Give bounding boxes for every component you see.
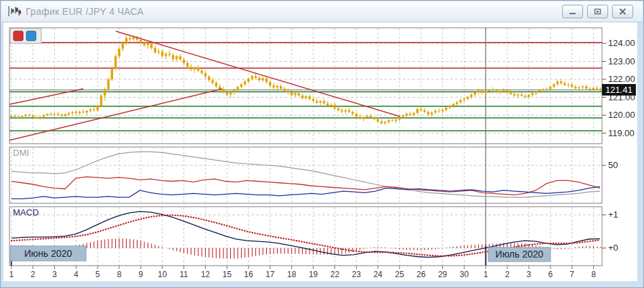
candle [510, 93, 512, 94]
candle [165, 54, 167, 56]
price-scale-label: 122.00 [608, 74, 635, 84]
candle [312, 99, 314, 101]
candle [147, 43, 149, 45]
candle [467, 97, 469, 99]
red-color-swatch-button[interactable] [14, 31, 23, 41]
candle [402, 116, 404, 118]
candle [563, 83, 565, 85]
candle [14, 116, 16, 117]
candle [46, 114, 48, 115]
candle [470, 95, 472, 97]
x-axis-label: 15 [223, 270, 232, 279]
candle [456, 102, 458, 104]
x-axis-label: 1 [484, 270, 488, 279]
macd-label: MACD [13, 207, 39, 218]
restore-button[interactable] [587, 5, 608, 18]
candle [538, 90, 540, 91]
window-title: График EUR /JPY 4 ЧАСА [26, 6, 144, 17]
candle [24, 115, 26, 116]
x-axis-label: 18 [287, 270, 297, 279]
x-axis-label: 3 [52, 270, 57, 279]
candle [43, 115, 45, 117]
candle [104, 89, 106, 96]
candle [377, 119, 379, 121]
close-button[interactable] [612, 5, 633, 18]
candle [305, 96, 307, 98]
x-axis-label: 16 [244, 270, 253, 279]
candle [477, 90, 479, 92]
candle [582, 87, 584, 87]
candle [197, 68, 199, 71]
candle [265, 79, 267, 82]
candle [502, 90, 505, 91]
candle [258, 78, 260, 80]
candle [406, 114, 408, 116]
candle [205, 73, 207, 77]
candle [549, 87, 551, 89]
candle [337, 108, 339, 110]
candle [585, 87, 587, 89]
candle [129, 38, 131, 39]
candle [373, 117, 375, 119]
candle [298, 94, 300, 96]
candle [294, 94, 296, 96]
candle [269, 82, 271, 85]
candle [86, 110, 88, 112]
candle [431, 112, 433, 115]
x-axis-label: 22 [330, 270, 340, 279]
minimize-button[interactable] [562, 5, 583, 18]
candle [499, 91, 501, 92]
candle [427, 112, 429, 114]
candle [387, 120, 389, 122]
candle [96, 106, 98, 110]
candle [172, 55, 174, 59]
candle [326, 104, 328, 106]
candle [391, 120, 393, 121]
candle [57, 114, 59, 115]
candle [179, 56, 181, 60]
price-scale-label: 120.00 [608, 110, 635, 120]
candle [574, 87, 576, 88]
candle [359, 117, 361, 119]
candle [114, 56, 116, 68]
x-axis-label: 25 [395, 270, 404, 279]
candle [251, 76, 253, 79]
candle [362, 117, 364, 119]
x-axis-label: 30 [460, 270, 469, 279]
x-axis-label: 23 [352, 270, 362, 279]
candle [283, 89, 285, 91]
candle [351, 112, 353, 114]
candle [53, 114, 56, 115]
candle [517, 95, 519, 96]
candle [588, 89, 591, 90]
candle [226, 92, 228, 95]
chart-toolbar [10, 28, 41, 43]
candle [492, 89, 494, 90]
candle [71, 112, 73, 113]
candle [484, 91, 486, 93]
candle [169, 54, 171, 55]
candle [211, 80, 213, 83]
candle [434, 110, 436, 112]
candle [524, 96, 526, 97]
candle [244, 81, 246, 84]
candle [200, 70, 202, 73]
candle [542, 89, 544, 90]
candle [442, 110, 444, 111]
candle [111, 68, 113, 79]
candle [18, 117, 20, 118]
x-axis-label: 8 [117, 270, 122, 279]
candle [395, 120, 397, 121]
candle [381, 121, 383, 123]
candle [560, 81, 562, 83]
candle [233, 89, 235, 93]
candle [32, 116, 34, 117]
candle [122, 43, 124, 49]
candle [571, 85, 573, 87]
price-chart-panel[interactable] [9, 28, 602, 144]
x-axis-label: 29 [438, 270, 448, 279]
candle [528, 95, 530, 97]
blue-color-swatch-button[interactable] [26, 31, 36, 41]
candle [183, 60, 185, 63]
current-price-value: 121.41 [605, 85, 632, 95]
